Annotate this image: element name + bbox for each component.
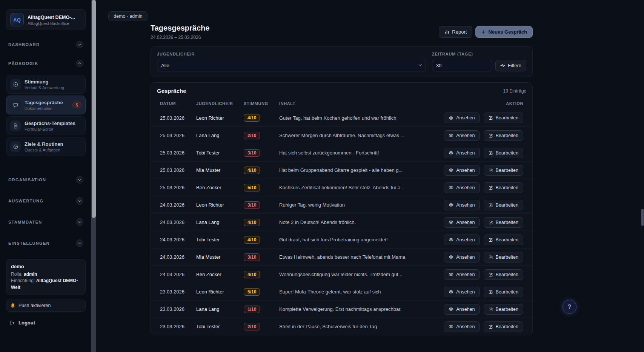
row-date: 23.03.2026 xyxy=(157,324,193,329)
view-button[interactable]: Ansehen xyxy=(444,148,480,158)
table-row: 24.03.2026 Mia Muster 3/10 Etwas Heimweh… xyxy=(151,248,532,266)
row-content: Gut drauf, hat sich fürs Probetraining a… xyxy=(276,237,431,242)
nav-item-title: Gesprächs-Templates xyxy=(25,120,81,126)
question-mark-icon: ? xyxy=(568,304,572,310)
chevron-down-icon[interactable] xyxy=(76,239,83,247)
row-date: 23.03.2026 xyxy=(157,289,193,295)
edit-button[interactable]: Bearbeiten xyxy=(484,113,523,123)
chevron-down-icon[interactable] xyxy=(76,197,83,205)
youth-select[interactable]: Alle xyxy=(157,60,426,71)
sidebar-nav-item[interactable]: Stimmung Verlauf & Auswertung xyxy=(6,75,86,94)
view-button[interactable]: Ansehen xyxy=(444,130,480,141)
page-title: Tagesgespräche xyxy=(151,24,209,32)
edit-button[interactable]: Bearbeiten xyxy=(484,148,523,158)
view-button[interactable]: Ansehen xyxy=(444,165,480,176)
sidebar-section-paedagogik[interactable]: PÄDAGOGIK xyxy=(6,55,86,72)
push-activate-button[interactable]: Push aktivieren xyxy=(6,300,86,312)
view-button[interactable]: Ansehen xyxy=(444,217,480,228)
mood-badge: 3/10 xyxy=(244,149,260,157)
chevron-up-icon[interactable] xyxy=(76,60,83,67)
edit-button[interactable]: Bearbeiten xyxy=(484,165,523,176)
edit-button[interactable]: Bearbeiten xyxy=(484,252,523,262)
view-button[interactable]: Ansehen xyxy=(444,113,480,123)
table-row: 24.03.2026 Lana Lang 4/10 Note 2 in Deut… xyxy=(151,213,532,231)
main-scrollbar[interactable] xyxy=(641,0,644,352)
sidebar-section[interactable]: AUSWERTUNG xyxy=(6,193,86,209)
filter-button[interactable]: Filtern xyxy=(495,60,526,71)
edit-icon xyxy=(489,307,493,312)
mood-badge: 4/10 xyxy=(244,167,260,174)
nav-item-subtitle: Formular-Editor xyxy=(25,127,81,131)
sidebar-scrollbar[interactable] xyxy=(91,0,96,352)
row-date: 25.03.2026 xyxy=(157,167,193,173)
view-button[interactable]: Ansehen xyxy=(444,269,480,280)
youth-filter-label: JUGENDLICHE/R xyxy=(157,52,426,56)
row-name: Tobi Tester xyxy=(193,237,241,242)
eye-icon xyxy=(449,220,453,225)
table-row: 23.03.2026 Tobi Tester 2/10 Streit in de… xyxy=(151,318,532,335)
edit-icon xyxy=(489,116,493,120)
sidebar-section[interactable]: ORGANISATION xyxy=(6,171,86,188)
nav-item-title: Stimmung xyxy=(25,79,81,85)
app-logo-icon: AQ xyxy=(10,13,24,26)
main-scrollbar-thumb[interactable] xyxy=(641,209,644,226)
row-name: Mia Muster xyxy=(193,254,241,260)
mood-badge: 3/10 xyxy=(244,201,260,209)
sidebar-nav-item[interactable]: Gesprächs-Templates Formular-Editor xyxy=(6,116,86,135)
report-button[interactable]: Report xyxy=(439,26,472,38)
view-button[interactable]: Ansehen xyxy=(444,182,480,193)
view-button[interactable]: Ansehen xyxy=(444,200,480,210)
edit-button[interactable]: Bearbeiten xyxy=(484,321,523,332)
row-name: Mia Muster xyxy=(193,167,241,173)
edit-button[interactable]: Bearbeiten xyxy=(484,200,523,210)
view-button[interactable]: Ansehen xyxy=(444,235,480,245)
row-content: Schwerer Morgen durch Albträume. Nachmit… xyxy=(276,133,431,138)
logout-button[interactable]: Logout xyxy=(6,318,86,328)
card-title: Gespräche xyxy=(157,88,186,94)
row-date: 25.03.2026 xyxy=(157,150,193,156)
edit-button[interactable]: Bearbeiten xyxy=(484,217,523,228)
edit-button[interactable]: Bearbeiten xyxy=(484,182,523,193)
view-button[interactable]: Ansehen xyxy=(444,252,480,262)
mood-badge: 4/10 xyxy=(244,114,260,122)
period-input[interactable] xyxy=(432,60,492,71)
target-check-icon xyxy=(10,141,21,152)
view-button[interactable]: Ansehen xyxy=(444,287,480,297)
view-button[interactable]: Ansehen xyxy=(444,321,480,332)
row-date: 24.03.2026 xyxy=(157,202,193,208)
nav-item-subtitle: Verlauf & Auswertung xyxy=(25,85,81,90)
sidebar-nav-item[interactable]: Tagesgespräche Dokumentation 5 xyxy=(6,96,86,114)
chevron-down-icon[interactable] xyxy=(76,218,83,226)
new-conversation-button[interactable]: Neues Gespräch xyxy=(475,26,533,38)
edit-button[interactable]: Bearbeiten xyxy=(484,269,523,280)
sidebar-section-dashboard[interactable]: DASHBOARD xyxy=(6,36,86,53)
table-row: 25.03.2026 Tobi Tester 3/10 Hat sich sel… xyxy=(151,144,532,161)
edit-button[interactable]: Bearbeiten xyxy=(484,304,523,315)
row-name: Tobi Tester xyxy=(193,150,241,156)
sidebar-scrollbar-thumb[interactable] xyxy=(92,0,96,218)
row-name: Lana Lang xyxy=(193,133,241,138)
edit-button[interactable]: Bearbeiten xyxy=(484,130,523,141)
edit-button[interactable]: Bearbeiten xyxy=(484,235,523,245)
sidebar-section[interactable]: STAMMDATEN xyxy=(6,214,86,230)
sidebar-nav-item[interactable]: Ziele & Routinen Quests & Aufgaben xyxy=(6,137,86,156)
edit-icon xyxy=(489,272,493,277)
chevron-down-icon[interactable] xyxy=(76,41,83,48)
user-card: demo Rolle: admin Einrichtung: AlltagQue… xyxy=(6,259,86,295)
view-button[interactable]: Ansehen xyxy=(444,304,480,315)
chevron-down-icon[interactable] xyxy=(76,176,83,184)
session-badge: demo · admin xyxy=(108,11,148,21)
app-logo-card[interactable]: AQ AlltagQuest DEMO-... AlltagQuest Back… xyxy=(6,9,86,30)
sidebar-section[interactable]: EINSTELLUNGEN xyxy=(6,235,86,252)
row-content: Kochkurs-Zertifikat bekommen! Sehr stolz… xyxy=(276,185,431,190)
eye-icon xyxy=(449,202,453,207)
mood-badge: 4/10 xyxy=(244,271,260,278)
document-template-icon xyxy=(10,120,21,131)
edit-icon xyxy=(489,324,493,329)
mood-target-icon xyxy=(10,79,21,90)
row-date: 25.03.2026 xyxy=(157,115,193,121)
edit-icon xyxy=(489,185,493,190)
help-button[interactable]: ? xyxy=(563,300,576,314)
row-content: Hat sich selbst zurückgenommen - Fortsch… xyxy=(276,150,431,156)
edit-button[interactable]: Bearbeiten xyxy=(484,287,523,297)
